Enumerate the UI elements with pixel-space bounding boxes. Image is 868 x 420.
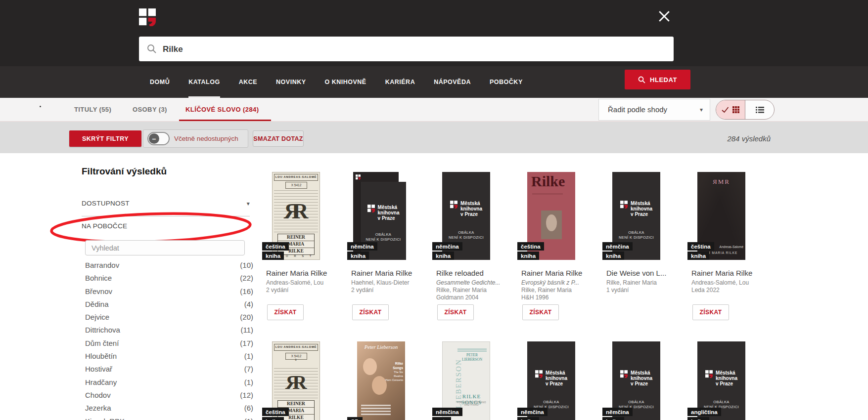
nav-item-napoveda[interactable]: NÁPOVĚDA bbox=[434, 66, 471, 98]
format-badge: kniha bbox=[262, 417, 284, 420]
format-badge: noty bbox=[432, 417, 451, 420]
active-tab-underline bbox=[179, 120, 271, 121]
nav-item-novinky[interactable]: NOVINKY bbox=[276, 66, 306, 98]
branch-search-input[interactable] bbox=[85, 240, 245, 255]
no-cover-label: OBÁLKANENÍ K DISPOZICI bbox=[612, 230, 660, 240]
result-card: Peter Lieberson Rilke Songs The Six Real… bbox=[347, 341, 428, 420]
result-tabs: TITULY (55) OSOBY (3) KLÍČOVÉ SLOVO (284… bbox=[0, 98, 868, 122]
language-badge: němčina bbox=[602, 408, 633, 416]
nav-item-domu[interactable]: DOMŮ bbox=[150, 66, 170, 98]
branch-list: Barrandov(10) Bohnice(22) Břevnov(16) Dě… bbox=[82, 259, 253, 420]
divider bbox=[82, 216, 250, 216]
include-unavailable-toggle[interactable]: – Včetně nedostupných bbox=[143, 129, 248, 148]
branch-row[interactable]: Hradčany(1) bbox=[82, 376, 253, 389]
branch-row[interactable]: Dittrichova(11) bbox=[82, 324, 253, 336]
nav-item-pobocky[interactable]: POBOČKY bbox=[490, 66, 523, 98]
list-view-button[interactable] bbox=[745, 100, 774, 119]
result-card: LOU ANDREAS·SALOMÉ X 5412 RR REINER MARI… bbox=[262, 172, 343, 320]
no-cover-label: OBÁLKANENÍ K DISPOZICI bbox=[442, 230, 490, 240]
search-submit-button[interactable]: HLEDAT bbox=[625, 70, 690, 89]
branch-row[interactable]: Kiosek RBK(1) bbox=[82, 415, 253, 420]
grid-view-button[interactable] bbox=[716, 100, 745, 119]
branch-name: Chodov bbox=[85, 389, 111, 402]
result-title[interactable]: Rainer Maria Rilke bbox=[351, 269, 427, 277]
result-title[interactable]: Rainer Maria Rilke bbox=[691, 269, 768, 277]
language-badge: angličtina bbox=[687, 408, 721, 416]
branch-count: (6) bbox=[244, 402, 253, 415]
branch-name: Dům čtení bbox=[85, 337, 119, 350]
nav-item-katalog[interactable]: KATALOG bbox=[188, 66, 220, 98]
search-icon bbox=[147, 44, 157, 54]
search-box bbox=[139, 37, 674, 61]
cover-text: Rilke Songs The Six Realms Horn Concerto bbox=[384, 361, 403, 382]
branch-name: Bohnice bbox=[85, 272, 112, 285]
tab-osoby[interactable]: OSOBY (3) bbox=[133, 98, 167, 122]
branch-row[interactable]: Hloubětín(1) bbox=[82, 350, 253, 363]
rr-monogram: RR bbox=[274, 190, 318, 232]
format-badge: kniha bbox=[687, 252, 709, 260]
close-icon[interactable] bbox=[658, 10, 672, 24]
get-button[interactable]: ZÍSKAT bbox=[352, 304, 389, 320]
get-button[interactable]: ZÍSKAT bbox=[522, 304, 559, 320]
result-title[interactable]: Rainer Maria Rilke bbox=[266, 269, 342, 277]
clear-query-button[interactable]: SMAZAT DOTAZ bbox=[253, 130, 304, 147]
library-logo-icon bbox=[620, 201, 628, 209]
get-button[interactable]: ZÍSKAT bbox=[267, 304, 304, 320]
result-card: Rilke čeština kniha Rainer Maria Rilke E… bbox=[517, 172, 598, 320]
view-toggle bbox=[716, 100, 775, 120]
branch-row[interactable]: Dům čtení(17) bbox=[82, 337, 253, 350]
language-badge: němčina bbox=[432, 242, 462, 251]
result-meta: Evropský básník z P... Rilke, Rainer Mar… bbox=[521, 279, 596, 301]
branch-name: Kiosek RBK bbox=[85, 415, 125, 420]
get-button[interactable]: ZÍSKAT bbox=[437, 304, 474, 320]
rmr-monogram: ЯMR bbox=[697, 178, 745, 186]
placeholder-library-name: Městskáknihovnav Praze bbox=[460, 201, 482, 217]
branch-row[interactable]: Jezerka(6) bbox=[82, 402, 253, 415]
language-badge: čeština bbox=[262, 242, 289, 251]
result-card: Městskáknihovnav Praze OBÁLKANENÍ K DISP… bbox=[602, 172, 684, 320]
cover-photo bbox=[363, 358, 377, 375]
branch-count: (4) bbox=[244, 298, 253, 311]
filter-section-na-pobocce[interactable]: NA POBOČCE ▴ bbox=[82, 222, 250, 233]
result-card: LIEBERSON PETER LIEBERSON RILKE SONGS FO… bbox=[432, 341, 513, 420]
sort-value: Řadit podle shody bbox=[608, 99, 667, 120]
toggle-knob-icon: – bbox=[149, 133, 159, 144]
get-button[interactable]: ZÍSKAT bbox=[692, 304, 729, 320]
language-badge: čeština bbox=[517, 242, 544, 251]
result-card: Městskáknihovnav Praze OBÁLKANENÍ K DISP… bbox=[687, 341, 769, 420]
library-logo-icon bbox=[356, 174, 361, 180]
branch-row[interactable]: Barrandov(10) bbox=[82, 259, 253, 272]
cover-text: X 5412 bbox=[285, 182, 307, 189]
cover-title: Rilke bbox=[531, 173, 565, 190]
branch-count: (10) bbox=[240, 259, 253, 272]
cd-cover[interactable]: Peter Lieberson Rilke Songs The Six Real… bbox=[357, 341, 405, 420]
filter-bar: SKRÝT FILTRY – Včetně nedostupných SMAZA… bbox=[0, 122, 868, 153]
result-card: Městskáknihovnav Praze OBÁLKANENÍ K DISP… bbox=[517, 341, 598, 420]
branch-row[interactable]: Chodov(12) bbox=[82, 389, 253, 402]
branch-row[interactable]: Hostivař(7) bbox=[82, 363, 253, 376]
nav-item-o-knihovne[interactable]: O KNIHOVNĚ bbox=[325, 66, 366, 98]
branch-count: (7) bbox=[244, 363, 253, 376]
sort-dropdown[interactable]: Řadit podle shody ▾ bbox=[598, 99, 710, 121]
search-input[interactable] bbox=[162, 41, 653, 58]
filter-section-dostupnost[interactable]: DOSTUPNOST ▾ bbox=[82, 200, 250, 210]
language-badge: němčina bbox=[347, 242, 377, 251]
branch-row[interactable]: Bohnice(22) bbox=[82, 272, 253, 285]
cover-rule bbox=[457, 349, 487, 351]
toggle-switch[interactable]: – bbox=[147, 132, 170, 145]
branch-row[interactable]: Břevnov(16) bbox=[82, 285, 253, 298]
result-title[interactable]: Rilke reloaded bbox=[436, 269, 512, 277]
result-title[interactable]: Die Weise von L... bbox=[606, 269, 683, 277]
nav-item-kariera[interactable]: KARIÉRA bbox=[385, 66, 415, 98]
result-meta: Haehnel, Klaus-Dieter 2 vydání bbox=[351, 279, 426, 294]
branch-row[interactable]: Dědina(4) bbox=[82, 298, 253, 311]
tab-klicove-slovo[interactable]: KLÍČOVÉ SLOVO (284) bbox=[185, 98, 259, 122]
hide-filters-button[interactable]: SKRÝT FILTRY bbox=[69, 130, 141, 147]
result-title[interactable]: Rainer Maria Rilke bbox=[521, 269, 597, 277]
nav-item-akce[interactable]: AKCE bbox=[239, 66, 257, 98]
branch-row[interactable]: Dejvice(20) bbox=[82, 311, 253, 324]
cover-text: LOU ANDREAS·SALOMÉ bbox=[274, 174, 318, 181]
tab-tituly[interactable]: TITULY (55) bbox=[74, 98, 111, 122]
format-badge: kniha bbox=[687, 417, 709, 420]
search-icon bbox=[638, 76, 645, 84]
